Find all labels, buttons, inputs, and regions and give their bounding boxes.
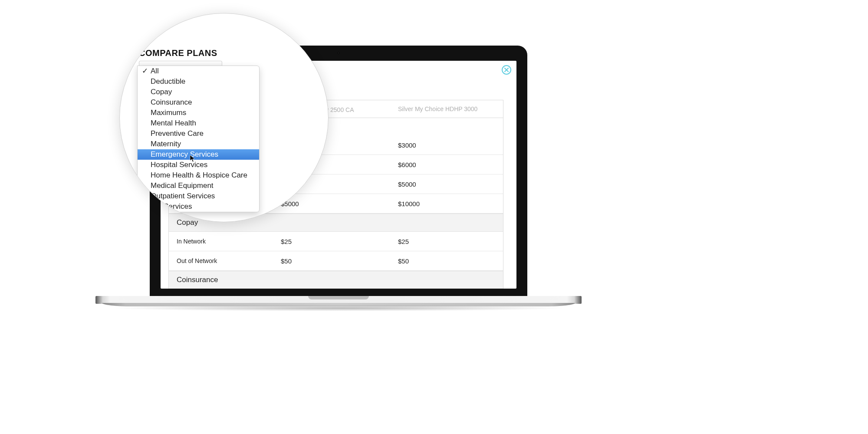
- filter-option[interactable]: Hospital Services: [138, 160, 259, 170]
- row-value-plan-c: $50: [398, 257, 503, 265]
- row-label: In Network: [169, 238, 281, 245]
- filter-option[interactable]: Maximums: [138, 108, 259, 118]
- magnifier-callout: COMPARE PLANS AllDeductibleCopayCoinsura…: [119, 13, 329, 222]
- row-value-plan-c: $3000: [398, 141, 503, 149]
- filter-option[interactable]: Mental Health: [138, 118, 259, 128]
- filter-option[interactable]: Copay: [138, 87, 259, 97]
- filter-option[interactable]: Home Health & Hospice Care: [138, 170, 259, 181]
- row-value-plan-c: $25: [398, 238, 503, 245]
- row-value-plan-c: $6000: [398, 161, 503, 168]
- filter-option[interactable]: Coinsurance: [138, 97, 259, 108]
- row-value-plan-c: $10000: [398, 200, 503, 207]
- filter-option[interactable]: All: [138, 66, 259, 76]
- filter-option[interactable]: Emergency Services: [138, 149, 259, 160]
- section-header: Coinsurance: [169, 271, 503, 289]
- row-value-plan-b: $25: [281, 238, 398, 245]
- filter-option[interactable]: Maternity: [138, 139, 259, 149]
- filter-select[interactable]: [139, 61, 222, 66]
- page-title: COMPARE PLANS: [137, 48, 315, 58]
- filter-dropdown[interactable]: AllDeductibleCopayCoinsuranceMaximumsMen…: [137, 66, 260, 212]
- row-label: Out of Network: [169, 257, 281, 264]
- row-value-plan-b: $50: [281, 257, 398, 265]
- filter-option[interactable]: Medical Equipment: [138, 181, 259, 191]
- table-row: Out of Network$50$50: [169, 251, 503, 271]
- laptop-shadow: [111, 305, 566, 311]
- close-button[interactable]: [502, 65, 511, 75]
- row-value-plan-c: $5000: [398, 181, 503, 188]
- table-row: In Network$25$25: [169, 232, 503, 251]
- laptop-notch: [308, 296, 369, 299]
- row-value-plan-b: $5000: [281, 200, 398, 207]
- filter-option[interactable]: Preventive Care: [138, 128, 259, 139]
- plan-header-c: Silver My Choice HDHP 3000: [398, 105, 503, 112]
- filter-option[interactable]: Deductible: [138, 76, 259, 87]
- camera-icon: [337, 52, 340, 54]
- close-icon: [504, 68, 509, 72]
